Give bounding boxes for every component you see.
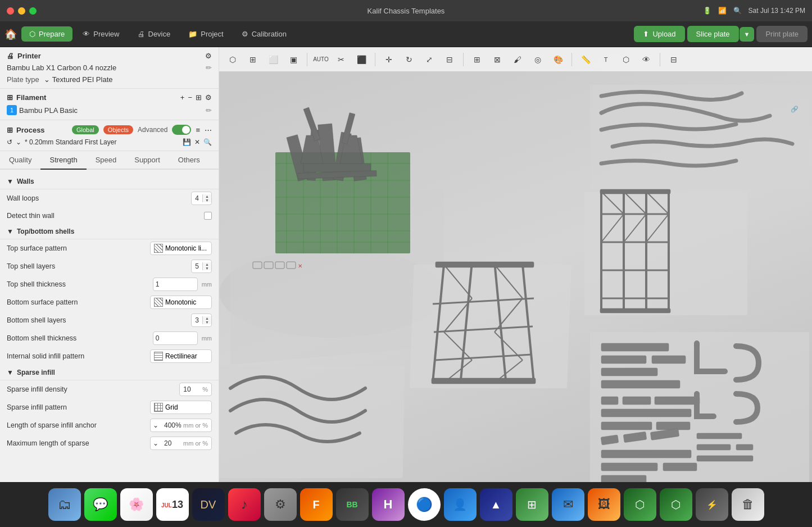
- dock-chrome[interactable]: 🔵: [408, 488, 441, 521]
- dock-photos[interactable]: 🌸: [120, 488, 153, 521]
- flatten-btn[interactable]: ⬛: [352, 51, 370, 69]
- dock-system-prefs[interactable]: ⚙: [264, 488, 297, 521]
- max-length-input[interactable]: ⌄ 20 mm or %: [150, 437, 212, 450]
- walls-collapse-icon[interactable]: ▼: [7, 178, 13, 185]
- top-surface-pattern-btn[interactable]: Monotonic li...: [150, 242, 212, 255]
- save-profile-icon[interactable]: 💾: [183, 138, 191, 146]
- move-btn[interactable]: ✛: [380, 51, 398, 69]
- dock-music[interactable]: ♪: [228, 488, 261, 521]
- wireframe-btn[interactable]: ⬜: [264, 51, 282, 69]
- device-tab[interactable]: 🖨 Device: [130, 26, 179, 42]
- top-shell-layers-up[interactable]: ▲: [203, 262, 211, 266]
- close-button[interactable]: [7, 7, 14, 15]
- bottom-shell-layers-down[interactable]: ▼: [203, 320, 211, 324]
- bottom-shell-layers-input[interactable]: 3 ▲ ▼: [191, 314, 212, 327]
- dock-app2[interactable]: ⊞: [516, 488, 548, 521]
- dock-calendar[interactable]: JUL 13: [156, 488, 189, 521]
- grid-view-btn[interactable]: ⊞: [244, 51, 262, 69]
- support-paint-btn[interactable]: 🖌: [509, 51, 527, 69]
- tab-strength[interactable]: Strength: [40, 151, 86, 170]
- top-shell-thickness-input[interactable]: 1: [153, 278, 198, 291]
- label-btn[interactable]: T: [597, 51, 615, 69]
- sparse-pattern-btn[interactable]: Grid: [150, 401, 212, 414]
- process-list-icon[interactable]: ≡: [196, 126, 200, 134]
- upload-button[interactable]: ⬆ Upload: [634, 26, 684, 42]
- align-btn[interactable]: ⊟: [441, 51, 459, 69]
- qr-btn[interactable]: ⊟: [665, 51, 683, 69]
- dock-preview[interactable]: 🖼: [588, 488, 620, 521]
- tab-quality[interactable]: Quality: [0, 151, 40, 170]
- search-icon[interactable]: 🔍: [733, 7, 742, 15]
- wall-loops-input[interactable]: 4 ▲ ▼: [191, 192, 212, 205]
- dock-slicer[interactable]: ⚡: [696, 488, 728, 521]
- dock-bambu-studio[interactable]: ▲: [480, 488, 512, 521]
- device-icon: 🖨: [138, 30, 145, 38]
- dock-fusion[interactable]: F: [300, 488, 333, 521]
- edit-printer-icon[interactable]: ✏: [206, 63, 212, 72]
- top-bottom-collapse-icon[interactable]: ▼: [7, 228, 13, 235]
- sparse-collapse-icon[interactable]: ▼: [7, 369, 13, 376]
- traffic-lights[interactable]: [7, 7, 37, 15]
- edit-filament-icon[interactable]: ✏: [206, 106, 212, 115]
- scale-btn[interactable]: ⤢: [420, 51, 438, 69]
- dock-bambu[interactable]: BB: [336, 488, 369, 521]
- wall-loops-up[interactable]: ▲: [203, 194, 211, 198]
- process-more-icon[interactable]: ⋯: [205, 126, 212, 134]
- advanced-toggle[interactable]: [172, 125, 191, 135]
- project-tab[interactable]: 📁 Project: [180, 26, 231, 42]
- remove-filament-icon[interactable]: −: [188, 93, 192, 102]
- sparse-density-input[interactable]: 10 %: [179, 383, 212, 396]
- objects-tag[interactable]: Objects: [103, 125, 133, 134]
- prepare-tab[interactable]: ⬡ Prepare: [21, 26, 72, 42]
- calibration-tab[interactable]: ⚙ Calibration: [234, 26, 294, 42]
- bottom-surface-pattern-btn[interactable]: Monotonic: [150, 296, 212, 309]
- rotate-btn[interactable]: ↻: [400, 51, 418, 69]
- dock-app5[interactable]: ⬡: [660, 488, 692, 521]
- detect-thin-wall-checkbox[interactable]: [204, 212, 212, 220]
- bottom-shell-layers-up[interactable]: ▲: [203, 316, 211, 320]
- arrange2-btn[interactable]: ⊠: [488, 51, 506, 69]
- add-filament-icon[interactable]: +: [180, 93, 185, 102]
- dock-mail[interactable]: ✉: [552, 488, 584, 521]
- global-tag[interactable]: Global: [72, 125, 99, 134]
- undo-icon[interactable]: ↺: [7, 138, 12, 146]
- arrange-btn[interactable]: ⊞: [468, 51, 486, 69]
- slice-plane-btn[interactable]: ⬡: [617, 51, 635, 69]
- slice-button[interactable]: Slice plate: [687, 26, 739, 42]
- bottom-surface-pattern-label: Bottom surface pattern: [7, 298, 150, 306]
- dock-adduser[interactable]: 👤: [444, 488, 477, 521]
- preview-tab[interactable]: 👁 Preview: [75, 26, 127, 42]
- perspective-view-btn[interactable]: ⬡: [224, 51, 242, 69]
- slice-expand-button[interactable]: ▼: [740, 27, 755, 42]
- minimize-button[interactable]: [18, 7, 25, 15]
- filament-settings-icon[interactable]: ⚙: [205, 93, 212, 102]
- search-profile-icon[interactable]: 🔍: [203, 138, 212, 146]
- dock-messages[interactable]: 💬: [84, 488, 117, 521]
- cut-btn[interactable]: ✂: [332, 51, 350, 69]
- tab-speed[interactable]: Speed: [87, 151, 126, 170]
- printer-settings-icon[interactable]: ⚙: [205, 52, 212, 60]
- wall-loops-down[interactable]: ▼: [203, 198, 211, 202]
- view-btn[interactable]: ▣: [284, 51, 302, 69]
- measure-btn[interactable]: 📏: [577, 51, 595, 69]
- internal-solid-infill-btn[interactable]: Rectilinear: [150, 349, 212, 363]
- seam-btn[interactable]: ◎: [529, 51, 547, 69]
- dock-davinci[interactable]: DV: [192, 488, 225, 521]
- auto-btn[interactable]: AUTO: [312, 51, 330, 69]
- bottom-shell-thickness-input[interactable]: 0: [153, 331, 198, 345]
- close-profile-icon[interactable]: ✕: [194, 138, 200, 146]
- length-anchor-input[interactable]: ⌄ 400% mm or %: [150, 419, 212, 432]
- dock-trash[interactable]: 🗑: [732, 488, 764, 521]
- print-button[interactable]: Print plate: [756, 26, 808, 42]
- dock-app4[interactable]: ⬡: [624, 488, 656, 521]
- copy-filament-icon[interactable]: ⊞: [196, 93, 202, 102]
- tab-others[interactable]: Others: [169, 151, 209, 170]
- preview-btn[interactable]: 👁: [637, 51, 655, 69]
- dock-hyperfile[interactable]: H: [372, 488, 405, 521]
- top-shell-layers-down[interactable]: ▼: [203, 266, 211, 270]
- maximize-button[interactable]: [29, 7, 37, 15]
- color-paint-btn[interactable]: 🎨: [549, 51, 567, 69]
- dock-finder[interactable]: 🗂: [48, 488, 81, 521]
- tab-support[interactable]: Support: [125, 151, 169, 170]
- top-shell-layers-input[interactable]: 5 ▲ ▼: [191, 260, 212, 273]
